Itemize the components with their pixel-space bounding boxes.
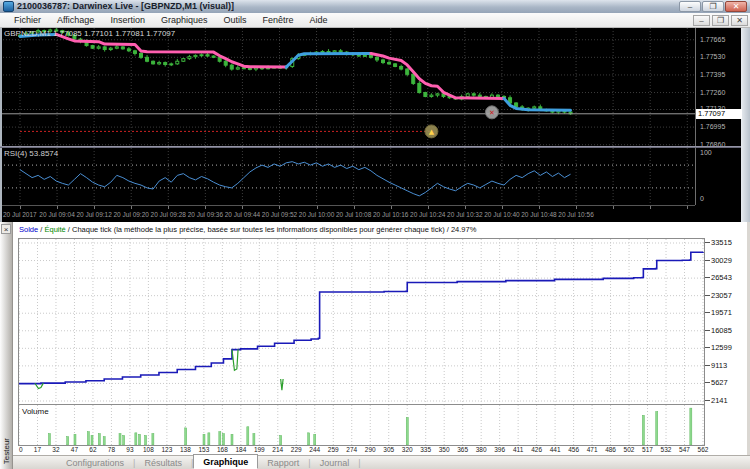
trade-number-label: 517 (642, 446, 653, 453)
time-tick (317, 206, 318, 209)
panel-splitter[interactable] (0, 146, 741, 148)
backtest-report: Solde / Équité / Chaque tick (la méthode… (13, 222, 747, 455)
trade-number-label: 471 (587, 446, 598, 453)
window-border-right (741, 28, 750, 222)
time-tick (391, 206, 392, 209)
time-axis-label: 20 Jul 10:40 (484, 211, 519, 218)
menu-item-fenetre[interactable]: Fenêtre (254, 13, 301, 27)
menu-item-affichage[interactable]: Affichage (49, 13, 102, 27)
mt4-window: 2100036787: Darwinex Live - [GBPNZD,M1 (… (0, 0, 750, 469)
balance-legend: Solde (19, 225, 38, 234)
window-maximize-button[interactable]: ❐ (702, 1, 724, 12)
volume-label: Volume (22, 407, 49, 416)
time-tick (576, 206, 577, 209)
equity-chart[interactable] (19, 239, 704, 404)
time-tick (687, 206, 688, 209)
chart-restore-button[interactable]: ❐ (712, 15, 729, 26)
tab-journal[interactable]: Journal (311, 457, 359, 469)
app-icon (3, 1, 14, 12)
menu-item-outils[interactable]: Outils (215, 13, 254, 27)
time-axis-label: 20 Jul 09:28 (151, 211, 186, 218)
time-axis-label: 20 Jul 10:32 (447, 211, 482, 218)
equity-axis-label: 12599 (711, 343, 732, 352)
price-axis-label: 1.77665 (700, 36, 725, 43)
svg-text:▲: ▲ (429, 128, 435, 136)
trade-number-label: 93 (126, 446, 133, 453)
time-axis-label: 20 Jul 09:20 (113, 211, 148, 218)
report-subtitle: / Chaque tick (la méthode la plus précis… (66, 225, 477, 234)
rsi-chart[interactable] (0, 148, 695, 205)
equity-axis-tick (705, 242, 710, 243)
trade-number-label: 396 (494, 446, 505, 453)
trade-number-label: 274 (346, 446, 357, 453)
volume-chart[interactable] (19, 405, 704, 445)
time-tick (57, 206, 58, 209)
time-tick (20, 206, 21, 209)
trade-number-label: 62 (89, 446, 96, 453)
time-axis: 20 Jul 201720 Jul 09:0420 Jul 09:1220 Ju… (0, 205, 695, 222)
time-axis-label: 20 Jul 09:52 (262, 211, 297, 218)
menu-item-aide[interactable]: Aide (302, 13, 336, 27)
time-axis-label: 20 Jul 09:44 (225, 211, 260, 218)
volume-plot[interactable]: Volume (18, 404, 705, 446)
time-tick (242, 206, 243, 209)
trade-number-axis: 0173247627893108123138153168184199214229… (19, 446, 719, 455)
time-tick (205, 206, 206, 209)
candlestick-chart[interactable]: ▲✕ (0, 28, 695, 146)
title-bar[interactable]: 2100036787: Darwinex Live - [GBPNZD,M1 (… (0, 0, 750, 13)
chart-minimize-button[interactable]: – (693, 15, 710, 26)
trade-number-label: 199 (254, 446, 265, 453)
time-axis-label: 20 Jul 09:12 (76, 211, 111, 218)
window-title: 2100036787: Darwinex Live - [GBPNZD,M1 (… (17, 0, 234, 13)
trade-number-label: 229 (291, 446, 302, 453)
equity-axis-label: 23057 (711, 291, 732, 300)
time-axis-label: 20 Jul 09:36 (188, 211, 223, 218)
tester-close-button[interactable]: × (1, 224, 11, 234)
equity-axis-tick (705, 400, 710, 401)
menu-items: FichierAffichageInsertionGraphiquesOutil… (6, 13, 336, 27)
trade-number-label: 214 (272, 446, 283, 453)
trade-number-label: 259 (328, 446, 339, 453)
equity-axis-tick (705, 382, 710, 383)
equity-plot[interactable] (18, 238, 705, 405)
time-axis-label: 20 Jul 10:08 (336, 211, 371, 218)
menu-bar: FichierAffichageInsertionGraphiquesOutil… (0, 13, 750, 28)
chart-close-button[interactable]: ✕ (731, 15, 748, 26)
trade-number-label: 184 (235, 446, 246, 453)
time-tick (168, 206, 169, 209)
time-tick (465, 206, 466, 209)
menu-item-graphiques[interactable]: Graphiques (153, 13, 216, 27)
trade-number-label: 380 (476, 446, 487, 453)
equity-axis-label: 5627 (711, 378, 728, 387)
trade-number-label: 290 (365, 446, 376, 453)
trade-number-label: 244 (309, 446, 320, 453)
equity-axis-label: 2141 (711, 396, 728, 405)
trade-number-label: 32 (52, 446, 59, 453)
menu-item-insertion[interactable]: Insertion (102, 13, 153, 27)
svg-text:✕: ✕ (489, 109, 495, 117)
equity-axis-label: 30029 (711, 256, 732, 265)
trade-number-label: 411 (513, 446, 523, 453)
window-close-button[interactable]: ✕ (725, 1, 747, 12)
trade-number-label: 456 (568, 446, 579, 453)
trade-number-label: 562 (698, 446, 709, 453)
tester-titlebar[interactable]: × Testeur (0, 222, 13, 469)
chart-window[interactable]: ▲✕ GBPNZD,M1 1.77085 1.77101 1.77081 1.7… (0, 28, 741, 222)
tester-panel: × Testeur Solde / Équité / Chaque tick (… (0, 222, 750, 469)
window-controls: – ❐ ✕ (679, 1, 747, 12)
time-axis-label: 20 Jul 09:04 (39, 211, 74, 218)
trade-number-label: 305 (383, 446, 394, 453)
tab-rapport[interactable]: Rapport (258, 457, 308, 469)
current-price-box: 1.77097 (696, 109, 742, 119)
trade-number-label: 17 (34, 446, 41, 453)
tab-graphique[interactable]: Graphique (193, 454, 258, 469)
tester-tabs: Configurations|Résultats|GraphiqueRappor… (13, 455, 750, 469)
tab-resultats[interactable]: Résultats (135, 457, 191, 469)
price-axis-label: 1.77395 (700, 71, 725, 78)
tab-configurations[interactable]: Configurations (57, 457, 133, 469)
price-axis-label: 1.77530 (700, 53, 725, 60)
equity-axis-tick (705, 312, 710, 313)
trade-number-label: 0 (19, 446, 23, 453)
window-minimize-button[interactable]: – (679, 1, 701, 12)
menu-item-fichier[interactable]: Fichier (6, 13, 49, 27)
